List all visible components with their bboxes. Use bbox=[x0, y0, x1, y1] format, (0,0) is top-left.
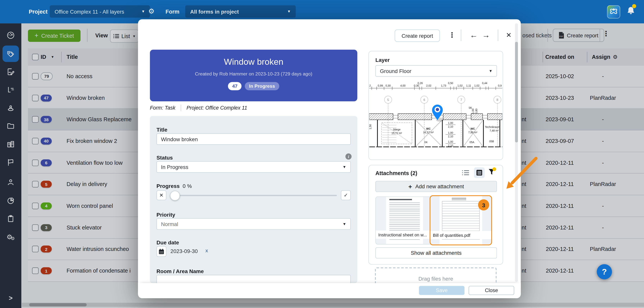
svg-text:2,10: 2,10 bbox=[448, 125, 453, 128]
project-select-value: Office Complex 11 - All layers bbox=[55, 8, 124, 14]
due-date-clear-button[interactable]: x bbox=[206, 248, 208, 254]
sidebar-item-plans[interactable] bbox=[2, 82, 19, 98]
help-button[interactable]: ? bbox=[597, 264, 612, 279]
attachment-thumbnail-highlighted[interactable]: 3 Bill of quantities.pdf bbox=[430, 195, 492, 245]
project-settings-gear-icon[interactable]: ⚙ bbox=[148, 7, 154, 15]
ticket-form-card: Title Status i In Progress ▼ Progress 0 … bbox=[150, 116, 358, 283]
modal-divider bbox=[498, 29, 498, 41]
chevron-down-icon: ▼ bbox=[281, 9, 291, 13]
attachments-grid-view-button[interactable] bbox=[474, 167, 485, 178]
chevron-down-icon: ▼ bbox=[136, 9, 145, 13]
notification-dot bbox=[632, 4, 636, 8]
svg-text:6: 6 bbox=[424, 98, 425, 102]
info-icon[interactable]: i bbox=[346, 154, 352, 159]
project-label: Project bbox=[29, 6, 48, 18]
svg-text:1,00: 1,00 bbox=[472, 109, 474, 114]
due-date-field-label: Due date bbox=[156, 240, 179, 246]
levels-icon bbox=[6, 85, 15, 94]
grid-icon bbox=[476, 170, 482, 176]
modal-footer: Save Close bbox=[138, 283, 521, 298]
calendar-icon bbox=[158, 249, 164, 254]
project-select[interactable]: Office Complex 11 - All layers ▼ bbox=[50, 5, 150, 18]
next-ticket-arrow-icon[interactable]: → bbox=[482, 29, 490, 41]
modal-kebab-menu-icon[interactable]: ⋮ bbox=[448, 29, 456, 41]
floor-plan[interactable]: 2 0,99 0,30 4,00 0,30 2,02 1,73 1,02 1,1… bbox=[369, 82, 502, 156]
sidebar-item-flags[interactable] bbox=[2, 154, 19, 171]
due-date-value: 2023-09-30 bbox=[170, 248, 198, 254]
modal-scrollbar-thumb[interactable] bbox=[515, 42, 518, 142]
attachments-filter-icon[interactable] bbox=[488, 168, 495, 177]
close-icon[interactable]: ✕ bbox=[506, 29, 512, 41]
previous-ticket-arrow-icon[interactable]: ← bbox=[470, 29, 478, 41]
add-attachment-button[interactable]: + Add new attachment bbox=[375, 181, 497, 192]
priority-select[interactable]: Normal ▼ bbox=[156, 218, 351, 230]
chevron-down-icon: ▼ bbox=[342, 222, 346, 226]
save-button[interactable]: Save bbox=[419, 286, 464, 295]
sidebar-item-dashboard[interactable] bbox=[2, 27, 19, 43]
svg-text:1,73: 1,73 bbox=[441, 84, 446, 87]
modal-scrollbar[interactable] bbox=[515, 23, 518, 282]
svg-text:Stiege: Stiege bbox=[393, 128, 401, 131]
form-label: Form bbox=[166, 6, 179, 18]
tag-icon bbox=[6, 49, 15, 58]
svg-text:1,02: 1,02 bbox=[458, 84, 462, 87]
layer-select-value: Ground Floor bbox=[380, 68, 411, 74]
calendar-button[interactable] bbox=[156, 246, 166, 257]
ticket-meta: Form: Task Project: Office Complex 11 bbox=[150, 105, 247, 111]
svg-text:1,02: 1,02 bbox=[474, 84, 480, 87]
sidebar-item-site-presence[interactable] bbox=[2, 100, 19, 116]
status-select[interactable]: In Progress ▼ bbox=[156, 161, 351, 173]
svg-text:05A: 05A bbox=[470, 141, 474, 144]
butterfly-icon bbox=[609, 7, 618, 16]
priority-field-label: Priority bbox=[156, 212, 175, 218]
room-input[interactable] bbox=[156, 275, 351, 283]
attachments-card: Attachments (2) + Add new attachment bbox=[368, 165, 503, 265]
form-select[interactable]: All forms in project ▼ bbox=[185, 5, 296, 18]
document-edit-icon bbox=[6, 67, 15, 76]
sidebar-item-reports[interactable] bbox=[2, 210, 19, 227]
svg-text:0,30: 0,30 bbox=[386, 84, 391, 87]
attachment-thumbnail[interactable]: Instructional sheet on w... bbox=[375, 196, 434, 245]
person-icon bbox=[6, 177, 15, 186]
progress-clear-button[interactable]: ✕ bbox=[156, 190, 166, 200]
gauge-icon bbox=[6, 31, 15, 40]
filter-active-dot bbox=[492, 167, 496, 171]
notifications-bell-icon[interactable] bbox=[626, 5, 636, 18]
flag-icon bbox=[6, 158, 15, 167]
annotation-step-badge: 3 bbox=[478, 199, 489, 210]
progress-slider-track[interactable] bbox=[170, 195, 337, 196]
sidebar-item-tickets[interactable] bbox=[2, 46, 19, 62]
show-all-attachments-button[interactable]: Show all attachments bbox=[375, 247, 497, 258]
attachment-caption: Instructional sheet on w... bbox=[376, 231, 434, 239]
title-input[interactable] bbox=[156, 133, 351, 145]
sidebar-expand-button[interactable]: > bbox=[2, 290, 19, 307]
attachments-list-view-icon[interactable] bbox=[462, 170, 469, 177]
modal-create-report-button[interactable]: Create report bbox=[395, 29, 440, 42]
layer-select[interactable]: Ground Floor ▼ bbox=[375, 65, 497, 77]
status-field-label: Status bbox=[156, 154, 173, 161]
pie-chart-icon bbox=[6, 196, 15, 205]
connect-app-icon[interactable] bbox=[607, 5, 620, 18]
sidebar-item-contacts[interactable] bbox=[2, 174, 19, 190]
progress-confirm-button[interactable]: ✓ bbox=[341, 190, 351, 200]
svg-text:Technikraum: Technikraum bbox=[485, 126, 500, 129]
svg-text:4,00: 4,00 bbox=[400, 84, 406, 87]
sidebar-item-statistics[interactable] bbox=[2, 192, 19, 209]
svg-text:15,72 m²: 15,72 m² bbox=[392, 132, 402, 135]
add-attachment-label: Add new attachment bbox=[415, 183, 464, 189]
layer-label: Layer bbox=[375, 57, 390, 63]
status-select-value: In Progress bbox=[161, 164, 188, 170]
title-field-label: Title bbox=[156, 127, 168, 133]
svg-text:1,00: 1,00 bbox=[448, 122, 453, 125]
ticket-detail-modal: Create report ⋮ ← → ✕ Window broken Crea… bbox=[138, 19, 521, 298]
svg-text:0,50: 0,50 bbox=[448, 82, 453, 85]
buildings-icon bbox=[6, 140, 15, 149]
sidebar-item-projects[interactable] bbox=[2, 136, 19, 152]
sidebar-item-forms[interactable] bbox=[2, 64, 19, 80]
close-button[interactable]: Close bbox=[469, 286, 514, 295]
progress-slider-knob[interactable] bbox=[170, 191, 180, 200]
svg-text:7,48 m²: 7,48 m² bbox=[490, 129, 499, 132]
meta-divider bbox=[181, 105, 181, 111]
sidebar-item-documents[interactable] bbox=[2, 118, 19, 134]
sidebar-item-settings[interactable]: ⚙ ⚙ bbox=[2, 229, 19, 245]
